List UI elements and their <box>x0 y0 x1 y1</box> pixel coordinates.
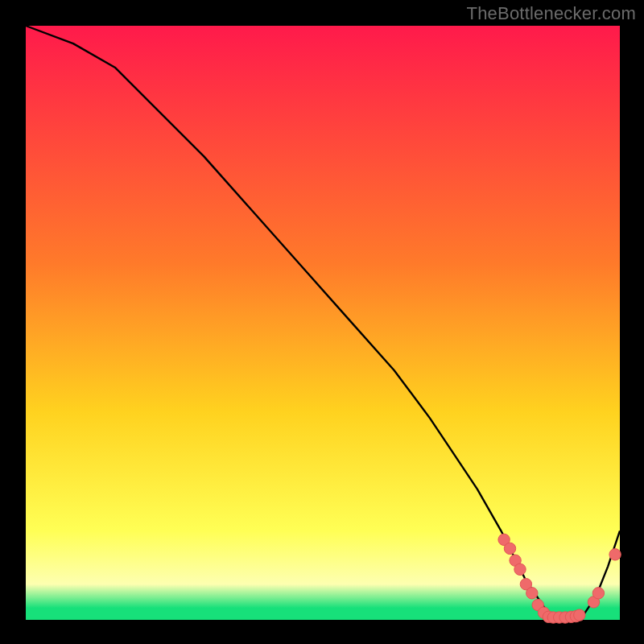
chart-container: TheBottlenecker.com <box>0 0 644 644</box>
chart-svg <box>0 0 644 644</box>
marker-dot <box>592 588 604 599</box>
marker-dot <box>514 564 526 575</box>
marker-dot <box>526 588 538 599</box>
marker-dot <box>609 549 621 560</box>
gradient-background <box>26 26 620 620</box>
marker-dot <box>504 543 515 554</box>
marker-dot <box>574 609 585 621</box>
attribution-label: TheBottlenecker.com <box>467 3 636 24</box>
